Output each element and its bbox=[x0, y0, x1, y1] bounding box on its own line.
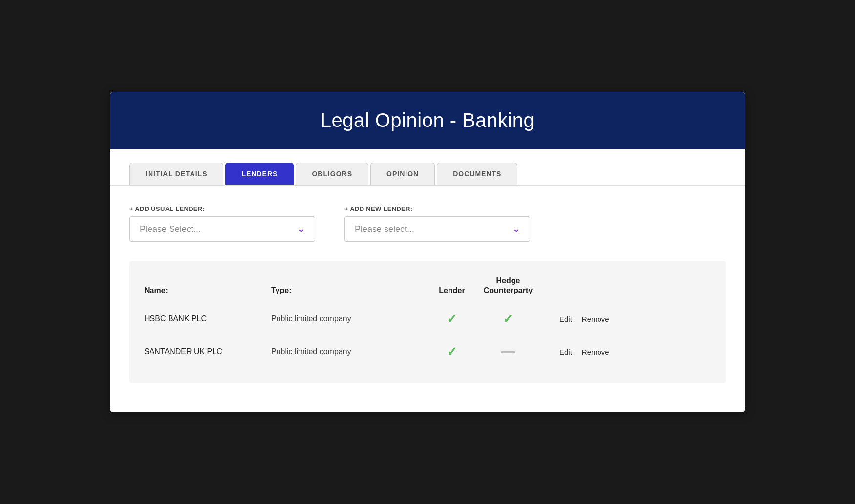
row1-actions: Edit Remove bbox=[540, 315, 711, 323]
new-lender-group: + ADD NEW LENDER: Please select... ⌄ bbox=[344, 205, 530, 242]
tab-obligors[interactable]: OBLIGORS bbox=[296, 163, 368, 185]
usual-lender-placeholder: Please Select... bbox=[140, 224, 201, 234]
row1-edit-button[interactable]: Edit bbox=[559, 315, 572, 323]
row2-type: Public limited company bbox=[271, 347, 428, 356]
tab-initial-details[interactable]: INITIAL DETAILS bbox=[129, 163, 223, 185]
main-content: + ADD USUAL LENDER: Please Select... ⌄ +… bbox=[110, 186, 745, 412]
row1-lender-check: ✓ bbox=[428, 312, 476, 327]
chevron-down-icon: ⌄ bbox=[298, 224, 305, 234]
page-title: Legal Opinion - Banking bbox=[120, 109, 735, 131]
table-row: HSBC BANK PLC Public limited company ✓ ✓… bbox=[144, 303, 711, 336]
row1-type: Public limited company bbox=[271, 315, 428, 323]
table-row: SANTANDER UK PLC Public limited company … bbox=[144, 336, 711, 368]
new-lender-label: + ADD NEW LENDER: bbox=[344, 205, 530, 212]
lenders-table: Name: Type: Lender HedgeCounterparty HSB… bbox=[129, 261, 726, 382]
usual-lender-group: + ADD USUAL LENDER: Please Select... ⌄ bbox=[129, 205, 315, 242]
row2-name: SANTANDER UK PLC bbox=[144, 347, 271, 356]
tab-opinion[interactable]: OPINION bbox=[370, 163, 435, 185]
row1-name: HSBC BANK PLC bbox=[144, 315, 271, 323]
check-icon-3: ✓ bbox=[447, 344, 457, 359]
check-icon: ✓ bbox=[447, 312, 457, 326]
add-lender-row: + ADD USUAL LENDER: Please Select... ⌄ +… bbox=[129, 205, 726, 242]
app-container: Legal Opinion - Banking INITIAL DETAILS … bbox=[110, 92, 745, 412]
col-header-lender: Lender bbox=[428, 286, 476, 295]
col-header-type: Type: bbox=[271, 286, 428, 295]
row2-hedge-dash bbox=[476, 347, 540, 356]
check-icon-2: ✓ bbox=[503, 312, 513, 326]
new-lender-select[interactable]: Please select... ⌄ bbox=[344, 216, 530, 242]
table-header: Name: Type: Lender HedgeCounterparty bbox=[144, 271, 711, 302]
col-header-name: Name: bbox=[144, 286, 271, 295]
usual-lender-label: + ADD USUAL LENDER: bbox=[129, 205, 315, 212]
tab-documents[interactable]: DOCUMENTS bbox=[437, 163, 517, 185]
tabs-container: INITIAL DETAILS LENDERS OBLIGORS OPINION… bbox=[110, 149, 745, 186]
usual-lender-select[interactable]: Please Select... ⌄ bbox=[129, 216, 315, 242]
row2-remove-button[interactable]: Remove bbox=[582, 348, 609, 356]
row2-actions: Edit Remove bbox=[540, 348, 711, 356]
row2-edit-button[interactable]: Edit bbox=[559, 348, 572, 356]
new-lender-placeholder: Please select... bbox=[355, 224, 414, 234]
tab-lenders[interactable]: LENDERS bbox=[225, 163, 294, 185]
col-header-hedge: HedgeCounterparty bbox=[476, 276, 540, 294]
row1-hedge-check: ✓ bbox=[476, 312, 540, 327]
chevron-down-icon-2: ⌄ bbox=[513, 224, 520, 234]
row1-remove-button[interactable]: Remove bbox=[582, 315, 609, 323]
app-header: Legal Opinion - Banking bbox=[110, 92, 745, 149]
dash-icon bbox=[501, 351, 515, 353]
row2-lender-check: ✓ bbox=[428, 344, 476, 359]
